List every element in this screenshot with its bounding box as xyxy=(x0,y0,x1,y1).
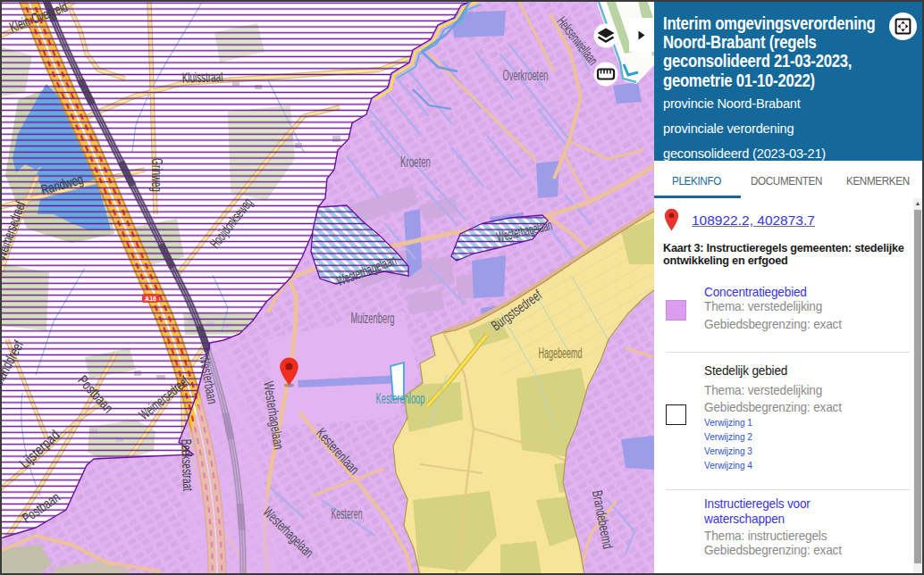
svg-text:Kluisstraat: Kluisstraat xyxy=(182,69,224,86)
svg-text:Kroeten: Kroeten xyxy=(400,154,431,170)
svg-text:Kesterenloop: Kesterenloop xyxy=(376,391,425,406)
svg-text:Hagebeemd: Hagebeemd xyxy=(539,346,583,361)
svg-text:Overkroeten: Overkroeten xyxy=(503,68,549,83)
svg-text:A16: A16 xyxy=(145,296,156,302)
svg-text:Muizenberg: Muizenberg xyxy=(351,311,395,326)
svg-text:Beeksestraat: Beeksestraat xyxy=(179,439,196,492)
svg-text:Grinweg: Grinweg xyxy=(149,158,164,192)
svg-text:Kesteren: Kesteren xyxy=(332,506,363,521)
